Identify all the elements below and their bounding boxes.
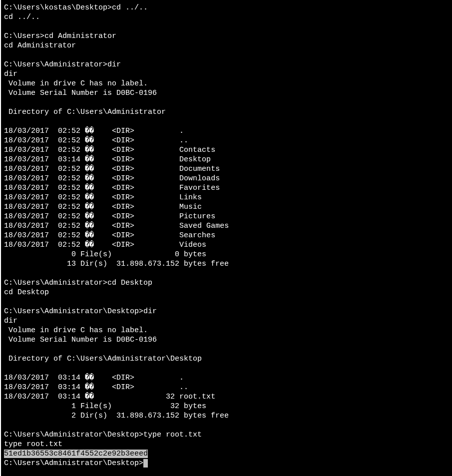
terminal-line <box>4 269 452 278</box>
output-text: 18/03/2017 02:52 �� <DIR> Videos <box>4 241 206 249</box>
output-text: 13 Dir(s) 31.898.673.152 bytes free <box>4 260 229 268</box>
terminal-line <box>4 364 452 373</box>
terminal-line <box>4 421 452 430</box>
prompt: C:\Users\Administrator> <box>4 60 107 69</box>
output-text: 18/03/2017 02:52 �� <DIR> Documents <box>4 165 220 173</box>
terminal-line: 0 File(s) 0 bytes <box>4 250 452 259</box>
output-text: Directory of C:\Users\Administrator\Desk… <box>4 355 202 363</box>
terminal-line: cd Administrator <box>4 41 452 50</box>
output-text: Volume Serial Number is D0BC-0196 <box>4 89 157 97</box>
terminal-line: C:\Users\Administrator>dir <box>4 60 452 69</box>
terminal-line: Volume Serial Number is D0BC-0196 <box>4 88 452 98</box>
output-text: 0 File(s) 0 bytes <box>4 250 206 259</box>
command-input: type root.txt <box>143 431 202 439</box>
terminal-line: 18/03/2017 02:52 �� <DIR> Favorites <box>4 183 452 193</box>
terminal-line <box>4 98 452 107</box>
command-input: dir <box>107 60 121 69</box>
terminal-line: Volume Serial Number is D0BC-0196 <box>4 335 452 345</box>
prompt: C:\Users\kostas\Desktop> <box>4 3 112 12</box>
output-text <box>4 345 8 354</box>
command-input: cd Desktop <box>107 279 152 287</box>
output-text: 18/03/2017 02:52 �� <DIR> Music <box>4 203 202 211</box>
prompt: C:\Users> <box>4 32 44 40</box>
terminal-line: 18/03/2017 03:14 �� <DIR> . <box>4 373 452 383</box>
terminal-line: 1 File(s) 32 bytes <box>4 402 452 411</box>
terminal-line: C:\Users\kostas\Desktop>cd ../.. <box>4 3 452 12</box>
output-text: 18/03/2017 03:14 �� <DIR> Desktop <box>4 155 211 164</box>
terminal-line: Directory of C:\Users\Administrator\Desk… <box>4 354 452 364</box>
output-text: 18/03/2017 03:14 �� <DIR> .. <box>4 383 188 392</box>
highlighted-output: 51ed1b36553c8461f4552c2e92b3eeed <box>4 450 148 458</box>
terminal-output[interactable]: C:\Users\kostas\Desktop>cd ../..cd ../..… <box>1 3 452 468</box>
output-text: 18/03/2017 03:14 �� 32 root.txt <box>4 393 215 401</box>
terminal-line: 18/03/2017 02:52 �� <DIR> Links <box>4 193 452 202</box>
terminal-line <box>4 22 452 31</box>
prompt: C:\Users\Administrator\Desktop> <box>4 431 143 439</box>
terminal-line: cd Desktop <box>4 288 452 297</box>
terminal-line: C:\Users>cd Administrator <box>4 31 452 41</box>
terminal-line: 18/03/2017 03:14 �� 32 root.txt <box>4 392 452 402</box>
command-input: cd ../.. <box>112 3 148 12</box>
terminal-line: 18/03/2017 02:52 �� <DIR> .. <box>4 136 452 145</box>
output-text: cd ../.. <box>4 13 40 21</box>
terminal-line: 18/03/2017 03:14 �� <DIR> Desktop <box>4 155 452 164</box>
terminal-line: 2 Dir(s) 31.898.673.152 bytes free <box>4 411 452 421</box>
terminal-line: 18/03/2017 02:52 �� <DIR> . <box>4 126 452 136</box>
terminal-line: C:\Users\Administrator\Desktop>type root… <box>4 430 452 440</box>
terminal-line: Volume in drive C has no label. <box>4 326 452 335</box>
output-text <box>4 364 8 373</box>
terminal-line: C:\Users\Administrator\Desktop> <box>4 459 452 468</box>
output-text: 18/03/2017 02:52 �� <DIR> Pictures <box>4 212 215 221</box>
terminal-line: 18/03/2017 02:52 �� <DIR> Searches <box>4 231 452 240</box>
output-text: Directory of C:\Users\Administrator <box>4 108 166 116</box>
terminal-line: 18/03/2017 02:52 �� <DIR> Documents <box>4 164 452 174</box>
terminal-line: C:\Users\Administrator>cd Desktop <box>4 278 452 288</box>
output-text: 18/03/2017 02:52 �� <DIR> Contacts <box>4 146 215 154</box>
output-text <box>4 298 8 306</box>
terminal-line: 18/03/2017 02:52 �� <DIR> Contacts <box>4 145 452 155</box>
output-text: cd Administrator <box>4 41 76 50</box>
output-text: 18/03/2017 02:52 �� <DIR> . <box>4 127 184 135</box>
prompt: C:\Users\Administrator\Desktop> <box>4 459 143 468</box>
terminal-line: Directory of C:\Users\Administrator <box>4 107 452 117</box>
output-text: 18/03/2017 02:52 �� <DIR> Saved Games <box>4 222 229 230</box>
output-text: 18/03/2017 02:52 �� <DIR> Favorites <box>4 184 220 192</box>
output-text <box>4 269 8 278</box>
command-input: cd Administrator <box>44 32 116 40</box>
output-text: Volume Serial Number is D0BC-0196 <box>4 336 157 344</box>
terminal-line: Volume in drive C has no label. <box>4 79 452 88</box>
prompt: C:\Users\Administrator\Desktop> <box>4 307 143 316</box>
terminal-line: 18/03/2017 03:14 �� <DIR> .. <box>4 383 452 392</box>
terminal-line <box>4 297 452 307</box>
output-text <box>4 98 8 107</box>
terminal-line: dir <box>4 316 452 326</box>
terminal-line: type root.txt <box>4 440 452 449</box>
terminal-line: 18/03/2017 02:52 �� <DIR> Videos <box>4 240 452 250</box>
output-text <box>4 421 8 430</box>
output-text: 18/03/2017 03:14 �� <DIR> . <box>4 374 184 382</box>
terminal-line: dir <box>4 69 452 79</box>
output-text: 2 Dir(s) 31.898.673.152 bytes free <box>4 412 229 420</box>
output-text: cd Desktop <box>4 288 49 297</box>
terminal-line <box>4 345 452 354</box>
output-text: dir <box>4 317 17 325</box>
output-text <box>4 22 8 31</box>
output-text: dir <box>4 70 17 78</box>
output-text: Volume in drive C has no label. <box>4 326 148 335</box>
output-text <box>4 117 8 126</box>
terminal-line: 18/03/2017 02:52 �� <DIR> Pictures <box>4 212 452 221</box>
command-input: dir <box>143 307 157 316</box>
terminal-line <box>4 50 452 60</box>
terminal-line: C:\Users\Administrator\Desktop>dir <box>4 307 452 316</box>
terminal-line: 13 Dir(s) 31.898.673.152 bytes free <box>4 259 452 269</box>
output-text: 18/03/2017 02:52 �� <DIR> Searches <box>4 231 215 240</box>
output-text: type root.txt <box>4 440 62 449</box>
output-text: 1 File(s) 32 bytes <box>4 402 206 411</box>
output-text: 18/03/2017 02:52 �� <DIR> Downloads <box>4 174 220 183</box>
terminal-line: 51ed1b36553c8461f4552c2e92b3eeed <box>4 449 452 459</box>
terminal-line: 18/03/2017 02:52 �� <DIR> Music <box>4 202 452 212</box>
terminal-line: cd ../.. <box>4 12 452 22</box>
terminal-line: 18/03/2017 02:52 �� <DIR> Saved Games <box>4 221 452 231</box>
output-text: Volume in drive C has no label. <box>4 79 148 88</box>
output-text: 18/03/2017 02:52 �� <DIR> Links <box>4 193 202 202</box>
